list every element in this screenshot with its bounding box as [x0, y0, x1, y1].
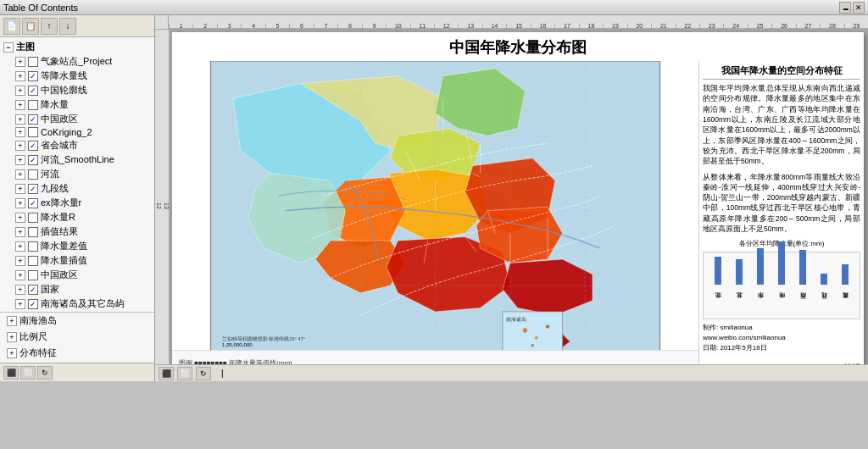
- expand-icon-zhengqu2[interactable]: +: [15, 270, 25, 280]
- toc-item-jiangshuilian[interactable]: + 降水量: [2, 97, 153, 112]
- toc-item-luokuo[interactable]: + 中国轮廓线: [2, 83, 153, 97]
- toc-item-jiangshuir[interactable]: + 降水量R: [2, 210, 153, 224]
- expand-fenbu[interactable]: +: [7, 348, 17, 358]
- checkbox-qixiang[interactable]: [28, 57, 38, 67]
- item-label-heliu-smooth: 河流_SmoothLine: [41, 153, 114, 166]
- toc-item-heliu[interactable]: + 河流: [2, 167, 153, 181]
- map-status-btn-3[interactable]: ↻: [196, 367, 211, 380]
- bar-label-3: 中南: [777, 286, 786, 303]
- toc-item-zhengqu2[interactable]: + 中国政区: [2, 268, 153, 282]
- checkbox-heliu-smooth[interactable]: [28, 155, 38, 165]
- expand-icon-shenghuichengshi[interactable]: +: [15, 141, 25, 151]
- expand-nanhai-yu[interactable]: +: [7, 316, 17, 326]
- item-label-jslchazhi: 降水量差值: [41, 240, 87, 252]
- china-map-svg: 0 500 1,000 千米 1:25,000,000 兰伯特等积圆锥投影 标准…: [172, 61, 698, 375]
- map-area[interactable]: 1 2 3 4 5 6 7 8 9 10 11 12 13 14: [155, 15, 868, 381]
- item-label-qixiang: 气象站点_Project: [41, 55, 112, 68]
- ruler-left: 12 13 14 15 16 17 18 19 20: [155, 15, 169, 381]
- toc-item-jslchazhi[interactable]: + 降水量差值: [2, 239, 153, 253]
- expand-icon-heliu[interactable]: +: [15, 169, 25, 180]
- toc-title-text: Table Of Contents: [3, 3, 839, 13]
- expand-icon-heliu-smooth[interactable]: +: [15, 155, 25, 165]
- toc-btn-3[interactable]: ↑: [41, 18, 58, 35]
- expand-icon-chazhi[interactable]: +: [15, 227, 25, 237]
- expand-bili[interactable]: +: [7, 332, 17, 342]
- expand-icon-jslchazhi2[interactable]: +: [15, 256, 25, 266]
- checkbox-zhengqu2[interactable]: [28, 270, 38, 280]
- expand-icon-ex[interactable]: +: [15, 198, 25, 208]
- toc-item-guojia[interactable]: + 国家: [2, 282, 153, 297]
- expand-icon-jiuduan[interactable]: +: [15, 184, 25, 194]
- toc-bottom-item-nanhai[interactable]: + 南海渔岛: [0, 313, 154, 329]
- pin-button[interactable]: 🗕: [839, 2, 851, 14]
- checkbox-cokriging[interactable]: [28, 127, 38, 137]
- checkbox-luokuo[interactable]: [28, 86, 38, 96]
- status-btn-2[interactable]: ⬜: [20, 366, 36, 380]
- checkbox-guojia[interactable]: [28, 285, 38, 295]
- map-main-content: 0 500 1,000 千米 1:25,000,000 兰伯特等积圆锥投影 标准…: [172, 61, 698, 375]
- toc-content[interactable]: − 主图 + 气象站点_Project + 等降水量线: [0, 37, 154, 363]
- toc-section-main: − 主图 + 气象站点_Project + 等降水量线: [0, 39, 154, 312]
- bar-rect-4: [799, 250, 806, 285]
- map-status-btn-1[interactable]: ⬛: [159, 367, 174, 380]
- map-right-panel: 我国年降水量的空间分布特征 我国年平均降水量总体呈现从东南向西北递减的空间分布规…: [698, 61, 864, 375]
- expand-icon-luokuo[interactable]: +: [15, 86, 25, 96]
- toc-bottom-item-bili[interactable]: + 比例尺: [0, 329, 154, 345]
- checkbox-dengjiangshuixian[interactable]: [28, 71, 38, 81]
- checkbox-heliu[interactable]: [28, 169, 38, 180]
- close-button[interactable]: ✕: [853, 2, 865, 14]
- svg-point-25: [531, 344, 535, 347]
- bottom-item-bili-label: 比例尺: [19, 330, 47, 343]
- checkbox-jiuduan[interactable]: [28, 184, 38, 194]
- expand-icon-zhengqu[interactable]: +: [15, 114, 25, 125]
- checkbox-jiangshuir[interactable]: [28, 213, 38, 223]
- item-label-guojia: 国家: [41, 283, 59, 296]
- expand-icon-qixiang[interactable]: +: [15, 57, 25, 67]
- checkbox-nanhai[interactable]: [28, 299, 38, 309]
- map-right-footer: 制作: smiliaonua www.weibo.com/smiliaonua …: [703, 323, 860, 353]
- bar-chart: 华北 东北 华东: [703, 252, 860, 319]
- checkbox-jslchazhi[interactable]: [28, 241, 38, 252]
- expand-icon-nanhai[interactable]: +: [15, 299, 25, 309]
- toc-item-chazhi[interactable]: + 插值结果: [2, 224, 153, 239]
- checkbox-jslchazhi2[interactable]: [28, 256, 38, 266]
- right-panel-title: 我国年降水量的空间分布特征: [703, 64, 860, 80]
- svg-text:南海诸岛: 南海诸岛: [506, 316, 526, 322]
- toc-item-jslchazhi2[interactable]: + 降水量插值: [2, 253, 153, 268]
- toc-item-qixiang[interactable]: + 气象站点_Project: [2, 54, 153, 69]
- toc-item-jiuduan[interactable]: + 九段线: [2, 181, 153, 196]
- toc-btn-1[interactable]: 📄: [3, 18, 20, 35]
- expand-icon-main[interactable]: −: [3, 42, 14, 53]
- expand-icon-jiangshuir[interactable]: +: [15, 213, 25, 223]
- toc-item-heliu-smooth[interactable]: + 河流_SmoothLine: [2, 152, 153, 167]
- toc-item-dengjiangshuixian[interactable]: + 等降水量线: [2, 69, 153, 83]
- footer-line-1: 制作: smiliaonua: [703, 323, 860, 333]
- status-btn-3[interactable]: ↻: [37, 366, 53, 380]
- bar-label-6: 青藏: [841, 286, 849, 303]
- map-status-btn-2[interactable]: ⬜: [177, 367, 192, 380]
- checkbox-ex[interactable]: [28, 198, 38, 208]
- toc-btn-2[interactable]: 📋: [22, 18, 39, 35]
- expand-icon-dengjiangshuixian[interactable]: +: [15, 71, 25, 81]
- expand-icon-cokriging[interactable]: +: [15, 127, 25, 137]
- toc-section-header-main[interactable]: − 主图: [2, 40, 153, 54]
- checkbox-jiangshuilian[interactable]: [28, 100, 38, 110]
- expand-icon-jslchazhi[interactable]: +: [15, 241, 25, 252]
- toc-item-ex-jiangshuir[interactable]: + ex降水量r: [2, 196, 153, 210]
- toc-btn-4[interactable]: ↓: [59, 18, 76, 35]
- toc-item-zhengqu[interactable]: + 中国政区: [2, 112, 153, 126]
- expand-icon-guojia[interactable]: +: [15, 285, 25, 295]
- item-label-zhengqu: 中国政区: [41, 113, 78, 125]
- toc-item-cokriging[interactable]: + CoKriging_2: [2, 126, 153, 138]
- checkbox-shenghuichengshi[interactable]: [28, 141, 38, 151]
- checkbox-zhengqu[interactable]: [28, 114, 38, 125]
- toc-item-shenghuichengshi[interactable]: + 省会城市: [2, 138, 153, 152]
- checkbox-chazhi[interactable]: [28, 227, 38, 237]
- right-panel-text-1: 我国年平均降水量总体呈现从东南向西北递减的空间分布规律。降水量最多的地区集中在东…: [703, 83, 860, 167]
- status-btn-1[interactable]: ⬛: [3, 366, 19, 380]
- toc-item-nanhai[interactable]: + 南海诸岛及其它岛屿: [2, 297, 153, 311]
- bar-rect-6: [842, 264, 849, 285]
- expand-icon-jiangshuilian[interactable]: +: [15, 100, 25, 110]
- toc-bottom-item-fenbu[interactable]: + 分布特征: [0, 345, 154, 361]
- item-label-jslchazhi2: 降水量插值: [41, 254, 87, 267]
